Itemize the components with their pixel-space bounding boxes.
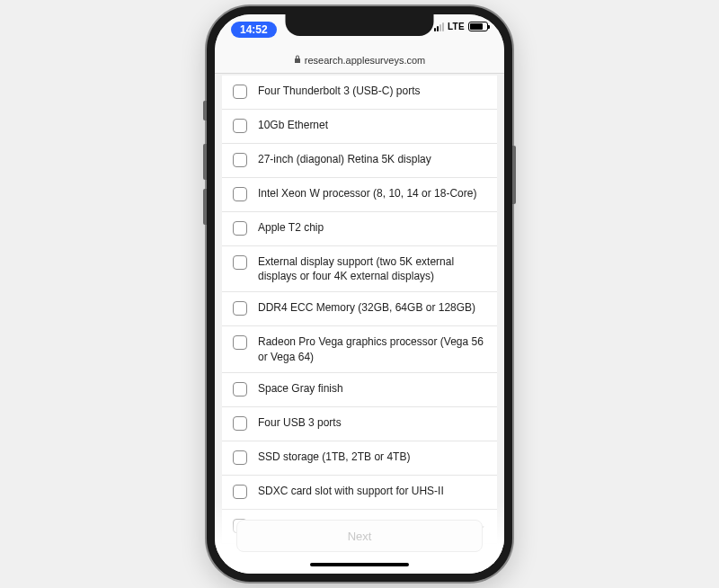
volume-up-button [203,144,207,180]
page-content[interactable]: Four Thunderbolt 3 (USB-C) ports 10Gb Et… [215,74,504,574]
option-label: DDR4 ECC Memory (32GB, 64GB or 128GB) [258,300,475,315]
survey-option-t2chip[interactable]: Apple T2 chip [222,212,497,246]
option-label: Four Thunderbolt 3 (USB-C) ports [258,84,421,98]
option-label: SDXC card slot with support for UHS-II [258,484,444,498]
home-indicator[interactable] [310,563,409,566]
screen: 14:52 LTE research.applesurveys.com Four… [215,14,504,574]
checkbox[interactable] [233,153,247,167]
silence-switch [203,101,207,120]
network-label: LTE [448,22,465,31]
browser-url-bar[interactable]: research.applesurveys.com [215,47,504,74]
url-text: research.applesurveys.com [305,55,426,66]
option-label: 27-inch (diagonal) Retina 5K display [258,152,431,166]
checkbox[interactable] [233,485,247,499]
lock-icon [294,55,301,65]
survey-option-processor[interactable]: Intel Xeon W processor (8, 10, 14 or 18-… [222,178,497,212]
survey-list: Four Thunderbolt 3 (USB-C) ports 10Gb Et… [215,74,504,544]
status-right: LTE [434,22,488,31]
option-label: Apple T2 chip [258,220,324,235]
survey-option-external-display[interactable]: External display support (two 5K externa… [222,246,497,292]
checkbox[interactable] [233,221,247,236]
option-label: Space Gray finish [258,381,343,396]
checkbox[interactable] [233,301,247,316]
option-label: External display support (two 5K externa… [258,254,486,283]
survey-option-thunderbolt[interactable]: Four Thunderbolt 3 (USB-C) ports [222,76,497,110]
survey-option-finish[interactable]: Space Gray finish [222,373,497,407]
checkbox[interactable] [233,187,247,201]
survey-option-graphics[interactable]: Radeon Pro Vega graphics processor (Vega… [222,326,497,372]
survey-option-display[interactable]: 27-inch (diagonal) Retina 5K display [222,144,497,178]
option-label: 10Gb Ethernet [258,118,328,132]
option-label: Intel Xeon W processor (8, 10, 14 or 18-… [258,186,476,200]
survey-option-ssd[interactable]: SSD storage (1TB, 2TB or 4TB) [222,441,497,476]
checkbox[interactable] [233,335,247,350]
battery-icon [468,22,488,31]
checkbox[interactable] [233,416,247,431]
checkbox[interactable] [233,382,247,396]
checkbox[interactable] [233,450,247,465]
phone-frame: 14:52 LTE research.applesurveys.com Four… [207,6,512,582]
option-label: SSD storage (1TB, 2TB or 4TB) [258,450,410,464]
notch [286,14,434,36]
bottom-overlay: Next [215,502,504,574]
volume-down-button [203,189,207,225]
power-button [512,146,516,204]
cellular-signal-icon [434,22,444,31]
survey-option-usb3[interactable]: Four USB 3 ports [222,407,497,441]
status-time-pill[interactable]: 14:52 [231,22,277,38]
checkbox[interactable] [233,85,247,99]
survey-option-ethernet[interactable]: 10Gb Ethernet [222,110,497,144]
checkbox[interactable] [233,119,247,133]
option-label: Radeon Pro Vega graphics processor (Vega… [258,334,486,363]
checkbox[interactable] [233,255,247,270]
option-label: Four USB 3 ports [258,415,342,430]
next-button[interactable]: Next [236,520,483,552]
survey-option-memory[interactable]: DDR4 ECC Memory (32GB, 64GB or 128GB) [222,292,497,326]
